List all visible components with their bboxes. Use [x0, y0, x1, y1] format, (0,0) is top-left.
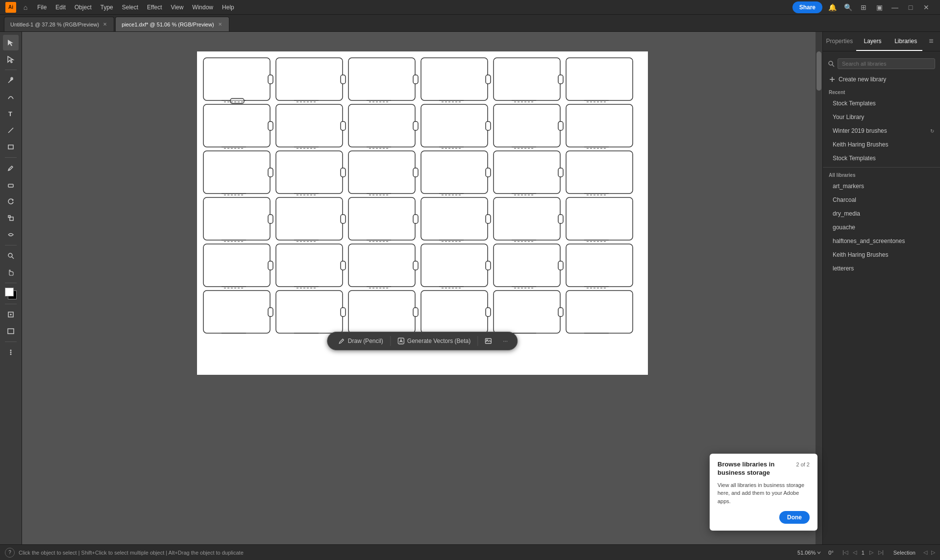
- rect-tool[interactable]: [3, 139, 19, 155]
- svg-point-13: [10, 352, 12, 353]
- tab-layers[interactable]: Layers: [856, 32, 890, 51]
- nav-next[interactable]: ▷: [867, 548, 875, 557]
- notification-icon[interactable]: 🔔: [826, 1, 838, 13]
- create-new-library-button[interactable]: Create new library: [823, 72, 940, 87]
- line-tool[interactable]: [3, 122, 19, 138]
- minimize-icon[interactable]: —: [889, 1, 901, 13]
- search-libraries-input[interactable]: [838, 58, 935, 69]
- zoom-tool[interactable]: [3, 248, 19, 264]
- lib-all-letterers[interactable]: letterers: [823, 262, 940, 275]
- svg-rect-116: [566, 291, 633, 333]
- draw-inside-tool[interactable]: [3, 307, 19, 322]
- tab-libraries[interactable]: Libraries: [889, 32, 922, 51]
- svg-rect-71: [341, 215, 346, 223]
- svg-rect-48: [566, 104, 633, 147]
- tab-close-untitled[interactable]: ✕: [102, 21, 108, 28]
- menu-file[interactable]: File: [33, 0, 50, 14]
- nav-prev[interactable]: ◁: [851, 548, 859, 557]
- tab-untitled[interactable]: Untitled-1 @ 37.28 % (RGB/Preview) ✕: [4, 17, 114, 31]
- svg-rect-19: [276, 58, 343, 100]
- foreground-color[interactable]: [5, 288, 14, 296]
- more-tools[interactable]: [3, 344, 19, 360]
- curvature-tool[interactable]: [3, 89, 19, 105]
- panel-icon[interactable]: ▣: [873, 1, 885, 13]
- close-icon[interactable]: ✕: [920, 1, 932, 13]
- panel-menu-icon[interactable]: ≡: [922, 32, 940, 51]
- menu-edit[interactable]: Edit: [51, 0, 70, 14]
- draw-toolbar: Draw (Pencil) Generate Vectors (Beta) ··…: [327, 332, 518, 350]
- menu-type[interactable]: Type: [97, 0, 117, 14]
- svg-rect-53: [276, 151, 343, 194]
- done-button[interactable]: Done: [779, 511, 810, 524]
- zoom-dropdown-icon[interactable]: [816, 550, 821, 555]
- more-options-button[interactable]: ···: [498, 334, 512, 348]
- lib-all-gouache[interactable]: gouache: [823, 220, 940, 234]
- menu-help[interactable]: Help: [218, 0, 238, 14]
- generate-vectors-button[interactable]: Generate Vectors (Beta): [392, 335, 476, 347]
- help-icon[interactable]: ?: [5, 548, 15, 558]
- svg-rect-59: [421, 151, 488, 194]
- canvas-area[interactable]: .pc { fill: white; stroke: #333; stroke-…: [22, 32, 822, 544]
- maximize-icon[interactable]: □: [905, 1, 916, 13]
- rotate-tool[interactable]: [3, 194, 19, 209]
- svg-rect-108: [413, 308, 418, 317]
- search-icon[interactable]: 🔍: [842, 1, 854, 13]
- panel-tabs: Properties Layers Libraries ≡: [823, 32, 940, 51]
- grid-icon[interactable]: ⊞: [858, 1, 869, 13]
- type-tool[interactable]: T: [3, 106, 19, 122]
- menu-view[interactable]: View: [167, 0, 188, 14]
- change-screen-mode[interactable]: [3, 323, 19, 339]
- draw-image-button[interactable]: [479, 335, 497, 347]
- pencil-tool[interactable]: [3, 160, 19, 176]
- hand-tool[interactable]: [3, 265, 19, 280]
- share-button[interactable]: Share: [792, 1, 822, 13]
- svg-rect-37: [341, 122, 346, 130]
- lib-item-label: Keith Haring Brushes: [833, 251, 888, 258]
- lib-item-label: Stock Templates: [833, 155, 876, 162]
- direct-selection-tool[interactable]: [3, 51, 19, 67]
- home-button[interactable]: ⌂: [19, 0, 32, 14]
- draw-pencil-button[interactable]: Draw (Pencil): [332, 335, 389, 347]
- svg-rect-17: [230, 98, 244, 103]
- lib-item-your-library[interactable]: Your Library: [823, 110, 940, 124]
- menu-object[interactable]: Object: [71, 0, 96, 14]
- svg-rect-77: [486, 215, 491, 223]
- v-scroll-thumb[interactable]: [816, 51, 821, 91]
- nav-arrow-left[interactable]: ◁: [923, 549, 927, 556]
- lib-all-keith-haring-2[interactable]: Keith Haring Brushes: [823, 248, 940, 262]
- lib-item-keith-haring[interactable]: Keith Haring Brushes: [823, 138, 940, 151]
- lib-item-stock-templates[interactable]: Stock Templates: [823, 97, 940, 110]
- popup-body: View all libraries in business storage h…: [717, 481, 810, 506]
- selection-tool[interactable]: [3, 35, 19, 50]
- svg-rect-110: [421, 291, 488, 333]
- svg-rect-56: [348, 151, 415, 194]
- scale-tool[interactable]: [3, 210, 19, 226]
- lib-all-charcoal[interactable]: Charcoal: [823, 193, 940, 207]
- warp-tool[interactable]: [3, 227, 19, 243]
- menu-effect[interactable]: Effect: [143, 0, 166, 14]
- eraser-tool[interactable]: [3, 177, 19, 193]
- recent-label: Recent: [823, 87, 940, 97]
- lib-item-winter-brushes[interactable]: Winter 2019 brushes ↻: [823, 124, 940, 138]
- lib-all-art-markers[interactable]: art_markers: [823, 179, 940, 193]
- tab-close-piece1[interactable]: ✕: [217, 21, 223, 28]
- lib-item-stock-templates-2[interactable]: Stock Templates: [823, 151, 940, 165]
- generate-icon: [397, 338, 404, 344]
- menu-select[interactable]: Select: [118, 0, 142, 14]
- pen-tool[interactable]: [3, 73, 19, 88]
- svg-rect-101: [203, 291, 270, 333]
- menu-window[interactable]: Window: [188, 0, 217, 14]
- svg-rect-70: [276, 197, 343, 240]
- tab-properties[interactable]: Properties: [823, 32, 856, 51]
- tab-piece1[interactable]: piece1.dxf* @ 51.06 % (RGB/Preview) ✕: [115, 17, 229, 31]
- lib-all-halftones[interactable]: halftones_and_screentones: [823, 234, 940, 248]
- svg-rect-88: [341, 261, 346, 270]
- libraries-panel: Create new library Recent Stock Template…: [823, 51, 940, 544]
- rotation-value: 0°: [825, 550, 837, 556]
- nav-last[interactable]: ▷|: [876, 548, 886, 557]
- nav-arrow-right[interactable]: ▷: [931, 549, 935, 556]
- nav-first[interactable]: |◁: [841, 548, 850, 557]
- svg-rect-82: [566, 197, 633, 240]
- lib-all-dry-media[interactable]: dry_media: [823, 207, 940, 220]
- color-indicator[interactable]: [4, 287, 18, 300]
